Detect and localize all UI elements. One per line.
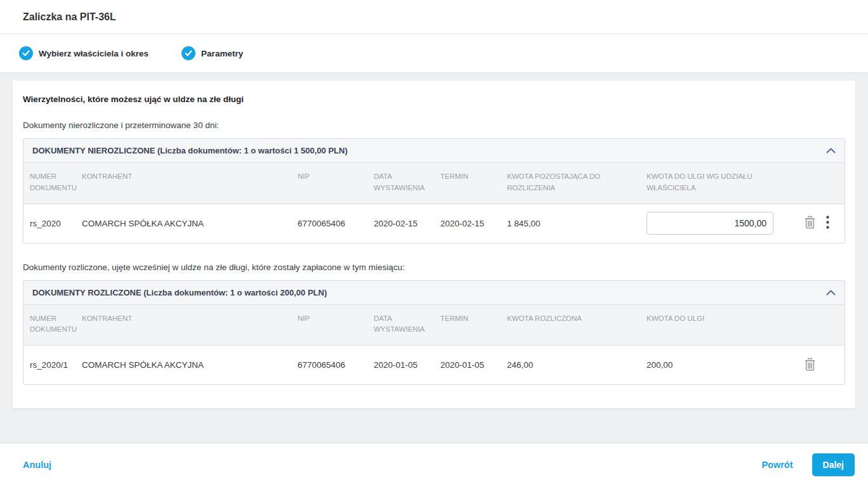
column-header-numer-dokumentu: NUMER DOKUMENTU [30, 171, 82, 194]
table-header-row: NUMER DOKUMENTU KONTRAHENT NIP DATA WYST… [23, 305, 845, 346]
column-header-kwota-rozliczona: KWOTA ROZLICZONA [507, 313, 647, 336]
cell-nip: 6770065406 [298, 360, 374, 370]
column-header-numer-dokumentu: NUMER DOKUMENTU [30, 313, 82, 336]
column-header-kwota-pozostajaca: KWOTA POZOSTAJĄCA DO ROZLICZENIA [507, 171, 647, 194]
next-button[interactable]: Dalej [812, 453, 855, 476]
delete-row-button[interactable] [803, 357, 817, 373]
cell-data-wystawienia: 2020-01-05 [374, 360, 440, 370]
column-header-kontrahent: KONTRAHENT [82, 171, 298, 194]
table-intro-rozliczone: Dokumenty rozliczone, ujęte wcześniej w … [23, 263, 845, 272]
cell-termin: 2020-02-15 [440, 219, 507, 228]
chevron-up-icon [826, 290, 836, 295]
cell-nip: 6770065406 [298, 219, 374, 228]
column-header-nip: NIP [298, 171, 374, 194]
cell-termin: 2020-01-05 [440, 360, 507, 370]
column-header-termin: TERMIN [440, 171, 507, 194]
row-menu-button[interactable] [826, 216, 829, 231]
cell-kwota-do-ulgi [647, 212, 803, 235]
content-card: Wierzytelności, które możesz ująć w uldz… [13, 81, 855, 408]
column-header-data-wystawienia: DATA WYSTAWIENIA [374, 313, 440, 336]
panel-header-nierozliczone[interactable]: DOKUMENTY NIEROZLICZONE (Liczba dokument… [23, 139, 845, 163]
cell-kontrahent: COMARCH SPÓŁKA AKCYJNA [82, 360, 298, 370]
delete-row-button[interactable] [803, 215, 817, 231]
table-header-row: NUMER DOKUMENTU KONTRAHENT NIP DATA WYST… [23, 163, 845, 204]
check-circle-icon [181, 46, 195, 60]
panel-title: DOKUMENTY NIEROZLICZONE (Liczba dokument… [32, 146, 348, 155]
footer-right-group: Powrót Dalej [761, 453, 855, 476]
cell-kwota-rozliczona: 246,00 [507, 360, 647, 370]
trash-icon [803, 215, 817, 231]
panel-dokumenty-nierozliczone: DOKUMENTY NIEROZLICZONE (Liczba dokument… [23, 138, 845, 244]
cell-kontrahent: COMARCH SPÓŁKA AKCYJNA [82, 219, 298, 228]
page-body: Wierzytelności, które możesz ująć w uldz… [0, 73, 868, 443]
panel-title: DOKUMENTY ROZLICZONE (Liczba dokumentów:… [32, 288, 327, 297]
panel-dokumenty-rozliczone: DOKUMENTY ROZLICZONE (Liczba dokumentów:… [23, 280, 845, 386]
step-parametry[interactable]: Parametry [181, 46, 243, 60]
cell-kwota-do-ulgi: 200,00 [647, 360, 803, 370]
column-header-data-wystawienia: DATA WYSTAWIENIA [374, 171, 440, 194]
back-button[interactable]: Powrót [761, 460, 792, 470]
table-row: rs_2020 COMARCH SPÓŁKA AKCYJNA 677006540… [23, 204, 845, 243]
cell-kwota-pozostajaca: 1 845,00 [507, 219, 647, 228]
step-wybierz-wlasciciela[interactable]: Wybierz właściciela i okres [19, 46, 148, 60]
panel-header-rozliczone[interactable]: DOKUMENTY ROZLICZONE (Liczba dokumentów:… [23, 281, 845, 305]
table-row: rs_2020/1 COMARCH SPÓŁKA AKCYJNA 6770065… [23, 346, 845, 384]
column-header-termin: TERMIN [440, 313, 507, 336]
card-heading: Wierzytelności, które możesz ująć w uldz… [23, 94, 845, 104]
column-header-nip: NIP [298, 313, 374, 336]
trash-icon [803, 357, 817, 373]
step-label: Wybierz właściciela i okres [39, 49, 148, 58]
row-actions [803, 357, 838, 373]
check-circle-icon [19, 46, 33, 60]
column-header-actions [803, 171, 838, 194]
column-header-kontrahent: KONTRAHENT [82, 313, 298, 336]
cancel-button[interactable]: Anuluj [23, 460, 51, 470]
cell-numer-dokumentu: rs_2020 [30, 219, 82, 228]
step-label: Parametry [201, 49, 243, 58]
window-titlebar: Zaliczka na PIT-36L [0, 0, 868, 34]
column-header-kwota-do-ulgi: KWOTA DO ULGI [647, 313, 803, 336]
page-title: Zaliczka na PIT-36L [23, 11, 116, 23]
column-header-actions [803, 313, 838, 336]
kwota-do-ulgi-input[interactable] [647, 212, 773, 235]
cell-numer-dokumentu: rs_2020/1 [30, 360, 82, 370]
chevron-up-icon [826, 148, 836, 153]
column-header-kwota-do-ulgi: KWOTA DO ULGI WG UDZIAŁU WŁAŚCICIELA [647, 171, 803, 194]
kebab-menu-icon [826, 216, 829, 231]
wizard-steps-bar: Wybierz właściciela i okres Parametry [0, 34, 868, 73]
wizard-footer: Anuluj Powrót Dalej [0, 443, 868, 486]
table-intro-nierozliczone: Dokumenty nierozliczone i przeterminowan… [23, 120, 845, 130]
row-actions [803, 215, 838, 231]
cell-data-wystawienia: 2020-02-15 [374, 219, 440, 228]
